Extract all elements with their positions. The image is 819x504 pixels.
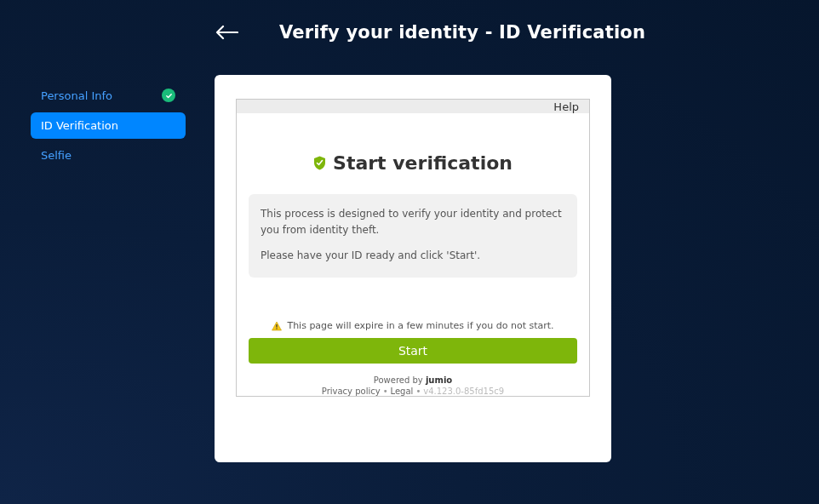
legal-row: Privacy policy•Legal•v4.123.0-85fd15c9: [322, 387, 504, 396]
back-arrow-button[interactable]: [215, 24, 238, 41]
frame-header: Help: [237, 100, 589, 113]
verification-frame: Help Start verification This process is …: [236, 99, 590, 397]
version-text: v4.123.0-85fd15c9: [423, 387, 504, 396]
sidebar-item-label: Personal Info: [41, 89, 112, 102]
frame-body: Start verification This process is desig…: [237, 113, 589, 396]
main-card: Help Start verification This process is …: [215, 75, 611, 462]
sidebar: Personal Info ID Verification Selfie: [31, 82, 186, 172]
warning-icon: [272, 321, 282, 331]
help-link[interactable]: Help: [553, 100, 579, 113]
svg-rect-0: [277, 324, 278, 328]
legal-link[interactable]: Legal: [391, 387, 414, 396]
expiry-text: This page will expire in a few minutes i…: [287, 320, 553, 331]
sidebar-item-id-verification[interactable]: ID Verification: [31, 112, 186, 139]
frame-footer: Powered by jumio Privacy policy•Legal•v4…: [322, 375, 504, 396]
svg-rect-1: [277, 328, 278, 329]
shield-check-icon: [313, 156, 326, 170]
sidebar-item-selfie[interactable]: Selfie: [31, 142, 186, 169]
page-title: Verify your identity - ID Verification: [279, 22, 645, 43]
arrow-left-icon: [215, 24, 238, 41]
check-icon: [165, 92, 173, 100]
powered-by: Powered by jumio: [322, 375, 504, 385]
start-button[interactable]: Start: [249, 338, 577, 364]
description-line-2: Please have your ID ready and click 'Sta…: [261, 248, 565, 264]
sidebar-item-personal-info[interactable]: Personal Info: [31, 82, 186, 109]
expiry-notice: This page will expire in a few minutes i…: [272, 320, 553, 331]
powered-prefix: Powered by: [374, 375, 426, 385]
powered-brand: jumio: [426, 375, 452, 385]
sidebar-item-label: Selfie: [41, 149, 72, 162]
privacy-policy-link[interactable]: Privacy policy: [322, 387, 381, 396]
verification-title-row: Start verification: [313, 152, 513, 174]
sidebar-item-label: ID Verification: [41, 119, 118, 132]
verification-title: Start verification: [333, 152, 513, 174]
description-line-1: This process is designed to verify your …: [261, 206, 565, 238]
description-box: This process is designed to verify your …: [249, 194, 577, 278]
check-badge: [162, 89, 175, 102]
